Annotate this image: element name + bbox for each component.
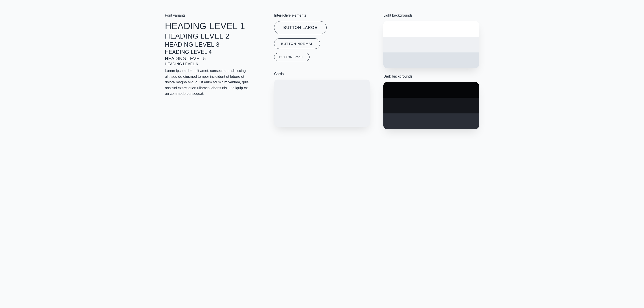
dark-swatch-group	[384, 82, 479, 129]
dark-swatch-1	[384, 82, 479, 98]
button-large[interactable]: BUTTON LARGE	[274, 21, 326, 34]
interactive-section: Interactive elements BUTTON LARGE BUTTON…	[274, 13, 370, 135]
font-variants-label: Font variants	[165, 13, 261, 17]
card-sample	[274, 80, 370, 127]
heading-level-1: HEADING LEVEL 1	[165, 21, 261, 31]
button-normal[interactable]: BUTTON NORMAL	[274, 38, 320, 49]
heading-level-5: HEADING LEVEL 5	[165, 56, 261, 61]
dark-backgrounds-label: Dark backgrounds	[384, 74, 479, 78]
heading-level-6: HEADING LEVEL 6	[165, 62, 261, 66]
body-paragraph: Lorem ipsum dolor sit amet, consectetur …	[165, 68, 250, 97]
light-swatch-2	[384, 37, 479, 52]
button-small[interactable]: BUTTON SMALL	[274, 53, 309, 61]
dark-swatch-3	[384, 113, 479, 129]
backgrounds-section: Light backgrounds Dark backgrounds	[384, 13, 479, 135]
heading-level-3: HEADING LEVEL 3	[165, 41, 261, 48]
cards-label: Cards	[274, 72, 370, 76]
typography-section: Font variants HEADING LEVEL 1 HEADING LE…	[165, 13, 261, 135]
light-swatch-group	[384, 21, 479, 68]
heading-level-2: HEADING LEVEL 2	[165, 32, 261, 40]
light-swatch-3	[384, 52, 479, 68]
buttons-group: BUTTON LARGE BUTTON NORMAL BUTTON SMALL	[274, 21, 370, 61]
heading-level-4: HEADING LEVEL 4	[165, 49, 261, 55]
light-backgrounds-label: Light backgrounds	[384, 13, 479, 17]
dark-swatch-2	[384, 98, 479, 113]
light-swatch-1	[384, 21, 479, 37]
interactive-elements-label: Interactive elements	[274, 13, 370, 17]
